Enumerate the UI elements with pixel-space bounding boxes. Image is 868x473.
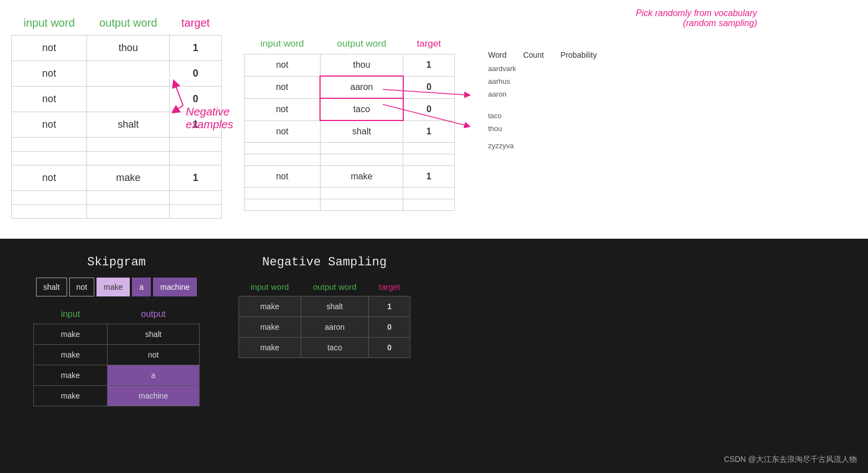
vocab-row-aaron: aaron — [483, 88, 593, 100]
table-row: notmake1 — [12, 165, 222, 191]
left-header-input: input word — [12, 11, 87, 36]
vocab-col-prob: Probability — [561, 51, 597, 59]
sg-header-input: input — [34, 305, 108, 324]
vocab-col-count: Count — [523, 51, 544, 59]
right-header-output: output word — [320, 34, 403, 54]
pick-random-label: Pick randomly from vocabulary(random sam… — [244, 8, 857, 28]
right-table: input word output word target notthou1 n… — [244, 34, 455, 211]
ns-row: makeshalt1 — [239, 296, 410, 317]
vocab-row-empty2 — [483, 105, 593, 109]
right-header-input: input word — [245, 34, 321, 54]
neg-sampling-section: Negative Sampling input word output word… — [227, 250, 422, 364]
table-row — [12, 138, 222, 152]
table-row-highlighted-aaron: not aaron 0 — [245, 76, 455, 98]
table-row-highlighted-taco: not taco 0 — [245, 98, 455, 120]
vocab-row-empty1 — [483, 100, 593, 105]
skipgram-section: Skipgram shalt not make a machine input … — [17, 250, 216, 412]
table-row: notthou1 — [12, 36, 222, 61]
table-row — [12, 152, 222, 165]
table-row — [12, 191, 222, 205]
negative-examples-label: Negative examples — [186, 105, 238, 131]
sg-header-output: output — [107, 305, 199, 324]
ns-header-input: input word — [239, 278, 301, 296]
word-box-make: make — [97, 278, 130, 296]
left-panel: input word output word target notthou1 n… — [0, 0, 233, 239]
word-box-not: not — [69, 278, 94, 296]
table-row — [12, 205, 222, 219]
table-row: notmake1 — [245, 166, 455, 188]
vocab-row-empty3 — [483, 135, 593, 139]
vocab-row-taco: taco — [483, 109, 593, 122]
ns-row: maketaco0 — [239, 338, 410, 358]
table-row: notshalt1 — [245, 120, 455, 143]
table-row — [245, 143, 455, 154]
skipgram-title: Skipgram — [17, 255, 216, 269]
neg-sampling-table: input word output word target makeshalt1… — [238, 278, 410, 358]
neg-sampling-title: Negative Sampling — [238, 255, 410, 269]
left-header-output: output word — [87, 11, 170, 36]
table-row: notthou1 — [245, 54, 455, 77]
word-box-machine: machine — [153, 278, 197, 296]
left-header-target: target — [170, 11, 222, 36]
sg-row: makemachine — [34, 386, 200, 406]
table-row — [245, 154, 455, 166]
sg-row: makea — [34, 365, 200, 386]
ns-header-output: output word — [301, 278, 369, 296]
svg-line-0 — [175, 83, 183, 105]
table-row — [245, 199, 455, 211]
vocab-row-aardvark: aardvark — [483, 62, 593, 75]
svg-line-1 — [175, 105, 183, 111]
sg-row: makenot — [34, 345, 200, 365]
vocab-row-zyzzyva: zyzzyva — [483, 139, 593, 152]
word-box-a: a — [132, 278, 151, 296]
vocab-row-thou: thou — [483, 122, 593, 135]
table-row — [245, 188, 455, 199]
skipgram-io-table: input output makeshalt makenot makea mak… — [33, 305, 200, 406]
vocab-col-word: Word — [488, 51, 506, 59]
word-box-shalt: shalt — [36, 278, 67, 296]
vocab-header: Word Count Probability — [483, 51, 593, 59]
vocab-panel: Word Count Probability aardvark aarhus a… — [483, 34, 593, 211]
right-header-target: target — [403, 34, 455, 54]
ns-row: makeaaron0 — [239, 317, 410, 338]
ns-header-target: target — [369, 278, 410, 296]
word-sequence: shalt not make a machine — [17, 278, 216, 296]
sg-row: makeshalt — [34, 324, 200, 345]
right-panel: Pick randomly from vocabulary(random sam… — [233, 0, 868, 239]
vocab-row-aarhus: aarhus — [483, 75, 593, 88]
csdn-credit: CSDN @大江东去浪淘尽千古风流人物 — [724, 455, 857, 465]
